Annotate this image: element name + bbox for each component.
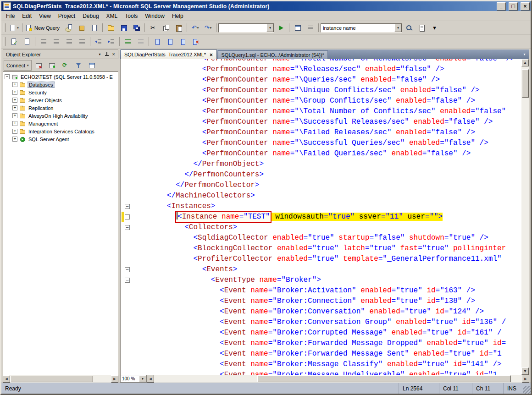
- available-databases-combo[interactable]: ▾: [218, 23, 274, 33]
- code-line[interactable]: <Event name="Broker:Message Undeliverabl…: [121, 370, 515, 375]
- properties-window-button[interactable]: [416, 22, 428, 33]
- expand-icon[interactable]: +: [12, 82, 17, 87]
- filter-button[interactable]: [72, 60, 85, 71]
- connect-button[interactable]: Connect▾: [4, 60, 32, 71]
- code-line[interactable]: </PerfmonCollector>: [121, 180, 515, 191]
- expand-icon[interactable]: +: [12, 137, 17, 142]
- menu-tools[interactable]: Tools: [121, 11, 141, 21]
- code-line[interactable]: <PerfmonCounter name="\Successful Querie…: [121, 138, 515, 148]
- scroll-left-icon[interactable]: ◀: [3, 375, 10, 383]
- code-line[interactable]: − <EventType name="Broker">: [121, 275, 515, 285]
- code-line[interactable]: <SqldiagCollector enabled="true" startup…: [121, 233, 515, 243]
- fold-collapse-icon[interactable]: −: [125, 204, 130, 209]
- menu-xml[interactable]: XML: [103, 11, 122, 21]
- menu-file[interactable]: File: [2, 11, 18, 21]
- title-bar[interactable]: SQLDiagPerfStats_Trace2012.XML* - Micros…: [1, 1, 531, 11]
- resize-grip[interactable]: [523, 386, 531, 394]
- zoom-combo[interactable]: 100 % ▾: [120, 375, 147, 383]
- expand-icon[interactable]: +: [12, 113, 17, 118]
- scrollbar-thumb[interactable]: [257, 375, 511, 382]
- analysis-mdx-query-button[interactable]: [75, 22, 88, 33]
- tree-node-server-objects[interactable]: +Server Objects: [3, 96, 118, 104]
- chevron-down-icon[interactable]: ▾: [266, 24, 274, 32]
- code-line[interactable]: <Event name="Broker:Forwarded Message Dr…: [121, 338, 515, 349]
- expand-icon[interactable]: +: [12, 129, 17, 134]
- code-line[interactable]: <BlockingCollector enabled="true" latch=…: [121, 243, 515, 254]
- fold-collapse-icon[interactable]: −: [125, 225, 130, 230]
- instance-name-combo[interactable]: instance name▾: [321, 23, 402, 33]
- tab-sqldiagperfstats-trace20[interactable]: SQLDiagPerfStats_Trace2012.XML*×: [121, 49, 217, 59]
- scrollbar-track[interactable]: [10, 375, 111, 383]
- object-explorer-hscrollbar[interactable]: ◀ ▶: [3, 375, 118, 383]
- code-line[interactable]: <Event name="Broker:Corrupted Message" e…: [121, 328, 515, 338]
- restore-button[interactable]: □: [509, 2, 518, 11]
- open-file-button[interactable]: [105, 22, 117, 33]
- menu-help[interactable]: Help: [168, 11, 187, 21]
- comment-selection-button[interactable]: [122, 36, 134, 47]
- redo-button[interactable]: ↷▾: [202, 22, 214, 33]
- validate-xml-button[interactable]: [8, 36, 20, 47]
- menu-edit[interactable]: Edit: [18, 11, 35, 21]
- menu-view[interactable]: View: [35, 11, 55, 21]
- tab-close-icon[interactable]: ×: [209, 52, 213, 57]
- menu-debug[interactable]: Debug: [79, 11, 102, 21]
- code-line[interactable]: − <Collectors>: [121, 222, 515, 233]
- save-button[interactable]: [117, 22, 130, 33]
- code-line[interactable]: <Event name="Broker:Conversation" enable…: [121, 307, 515, 317]
- code-line[interactable]: <Event name="Broker:Conversation Group" …: [121, 317, 515, 328]
- code-line[interactable]: </PerfmonCounters>: [121, 170, 515, 180]
- execute-button[interactable]: [275, 22, 287, 33]
- scroll-left-icon[interactable]: ◀: [147, 375, 154, 383]
- increase-indent-button[interactable]: [105, 36, 117, 47]
- toggle-bookmark-button[interactable]: [151, 36, 163, 47]
- uncomment-selection-button[interactable]: [134, 36, 147, 47]
- menu-project[interactable]: Project: [55, 11, 79, 21]
- code-line[interactable]: <Event name="Broker:Forwarded Message Se…: [121, 349, 515, 359]
- code-line[interactable]: <PerfmonCounter name="\Group Conflicts/s…: [121, 96, 515, 106]
- scroll-up-icon[interactable]: ▲: [521, 59, 529, 66]
- tree-node-sql-server-agent[interactable]: +SQL Server Agent: [3, 135, 118, 143]
- code-line[interactable]: − <Instance name="TEST" windowsauth="tru…: [121, 212, 515, 222]
- copy-button[interactable]: [160, 22, 172, 33]
- scroll-down-icon[interactable]: ▼: [521, 368, 529, 375]
- xml-editor[interactable]: <PerfmonCounter name="\Total Number of R…: [121, 59, 521, 375]
- fold-collapse-icon[interactable]: −: [125, 278, 130, 283]
- scrollbar-thumb[interactable]: [11, 376, 93, 382]
- tree-node-management[interactable]: +Management: [3, 120, 118, 127]
- panel-menu-icon[interactable]: ▾: [96, 51, 103, 58]
- registered-servers-button[interactable]: [304, 22, 316, 33]
- code-line[interactable]: <PerfmonCounter name="\Unique Conflicts/…: [121, 85, 515, 96]
- expand-icon[interactable]: +: [12, 105, 17, 110]
- toolbar-options-button[interactable]: ▾: [428, 22, 441, 33]
- pin-icon[interactable]: [103, 51, 110, 58]
- server-button[interactable]: [46, 60, 58, 71]
- code-line[interactable]: <Event name="Broker:Connection" enabled=…: [121, 296, 515, 307]
- fold-collapse-icon[interactable]: −: [125, 214, 130, 219]
- code-line[interactable]: <PerfmonCounter name="\Failed Queries/se…: [121, 148, 515, 159]
- code-line[interactable]: − <Events>: [121, 264, 515, 275]
- code-line[interactable]: <PerfmonCounter name="\Releases/sec" ena…: [121, 64, 515, 75]
- previous-bookmark-button[interactable]: [164, 36, 176, 47]
- undo-button[interactable]: ↶▾: [189, 22, 201, 33]
- code-line[interactable]: <PerfmonCounter name="\Total Number of C…: [121, 106, 515, 117]
- code-line[interactable]: </MachineCollectors>: [121, 191, 515, 201]
- code-line[interactable]: <PerfmonCounter name="\Queries/sec" enab…: [121, 75, 515, 85]
- activity-monitor-button[interactable]: [291, 22, 304, 33]
- tree-node-databases[interactable]: +Databases: [3, 81, 118, 88]
- scrollbar-track[interactable]: [521, 66, 529, 368]
- tree-node-security[interactable]: +Security: [3, 88, 118, 96]
- refresh-button[interactable]: [59, 60, 72, 71]
- scrollbar-track[interactable]: [154, 375, 522, 383]
- panel-close-icon[interactable]: ×: [110, 51, 117, 58]
- code-line[interactable]: <ProfilerCollector enabled="true" templa…: [121, 254, 515, 264]
- tree-node-integration-services-catalogs[interactable]: +Integration Services Catalogs: [3, 127, 118, 135]
- toolbar-grip[interactable]: [4, 23, 6, 32]
- code-line[interactable]: <Event name="Broker:Activation" enabled=…: [121, 285, 515, 296]
- save-all-button[interactable]: [130, 22, 143, 33]
- collapse-icon[interactable]: −: [5, 74, 10, 79]
- chevron-down-icon[interactable]: ▾: [394, 24, 402, 32]
- expand-icon[interactable]: +: [12, 121, 17, 126]
- quick-info-button[interactable]: [63, 36, 75, 47]
- paste-button[interactable]: [172, 22, 185, 33]
- activity-monitor-button[interactable]: [86, 60, 98, 71]
